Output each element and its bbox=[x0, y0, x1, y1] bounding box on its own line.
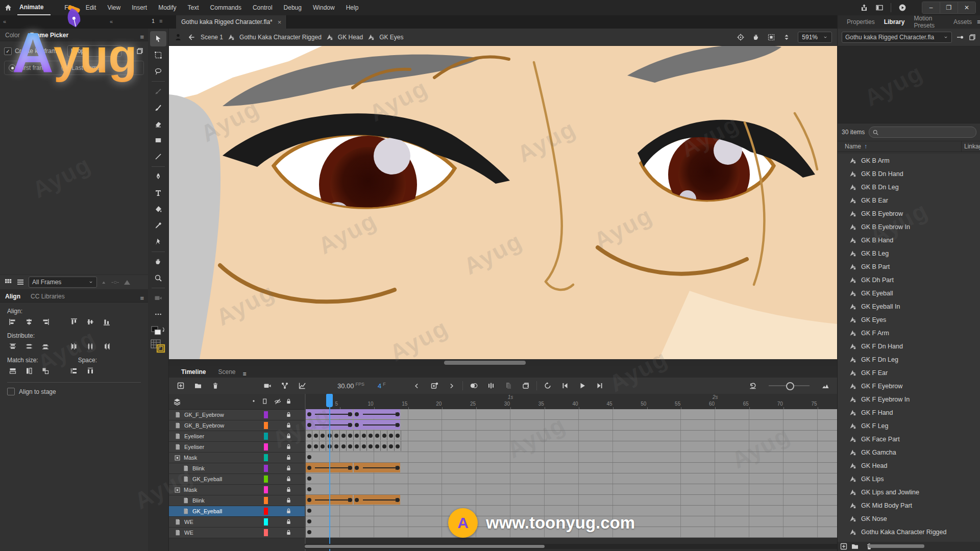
distribute-right-button[interactable] bbox=[101, 341, 112, 352]
layer-outline-color[interactable] bbox=[264, 529, 268, 536]
create-keyframe-checkbox[interactable]: ✓ bbox=[4, 47, 12, 55]
library-item[interactable]: GK Dh Part bbox=[838, 273, 980, 287]
menu-item-debug[interactable]: Debug bbox=[279, 2, 306, 13]
free-transform-tool[interactable] bbox=[150, 47, 166, 63]
scrollbar-thumb[interactable] bbox=[444, 361, 526, 365]
tab-properties[interactable]: Properties bbox=[843, 16, 879, 28]
layer-outline-color[interactable] bbox=[264, 497, 268, 504]
text-tool[interactable] bbox=[150, 185, 166, 201]
breadcrumb-item-3[interactable]: GK Eyes bbox=[379, 34, 403, 41]
selection-tool[interactable] bbox=[150, 31, 166, 46]
parenting-icon[interactable] bbox=[278, 380, 291, 392]
lock-icon[interactable] bbox=[285, 465, 292, 471]
stage-canvas[interactable] bbox=[169, 46, 837, 359]
close-tab-icon[interactable]: × bbox=[278, 18, 282, 26]
eye-slash-icon[interactable] bbox=[274, 398, 281, 405]
library-scrollbar-thumb[interactable] bbox=[868, 544, 924, 548]
layer-row-gk_b_eyebrow[interactable]: GK_B_Eyebrow bbox=[169, 420, 305, 431]
library-column-header[interactable]: Name ↑ Linkage bbox=[838, 141, 980, 152]
share-icon[interactable] bbox=[860, 4, 868, 12]
distribute-middle-button[interactable] bbox=[23, 341, 35, 352]
breadcrumb-item-0[interactable]: Scene 1 bbox=[201, 34, 223, 41]
library-item[interactable]: GK F Eyebrow bbox=[838, 380, 980, 393]
layer-row-we[interactable]: WE bbox=[169, 528, 305, 538]
grid-view-icon[interactable] bbox=[4, 278, 12, 286]
library-item[interactable]: GK Mid Body Part bbox=[838, 499, 980, 512]
pen-tool[interactable] bbox=[150, 169, 166, 184]
edit-multiple-frames-icon[interactable] bbox=[502, 380, 515, 392]
stage-horizontal-scrollbar[interactable] bbox=[169, 359, 837, 366]
layer-row-we[interactable]: WE bbox=[169, 517, 305, 528]
library-item[interactable]: GK Nose bbox=[838, 512, 980, 525]
library-item[interactable]: Gothu Kaka Character Rigged bbox=[838, 525, 980, 539]
zoom-tool[interactable] bbox=[150, 270, 166, 286]
new-panel-icon[interactable] bbox=[136, 47, 144, 55]
library-item[interactable]: GK Lips and Jowline bbox=[838, 486, 980, 499]
menu-item-insert[interactable]: Insert bbox=[127, 2, 152, 13]
library-document-dropdown[interactable]: Gothu kaka Rigged Character.fla bbox=[842, 32, 952, 43]
tab-motion-presets[interactable]: Motion Presets bbox=[910, 12, 948, 32]
lock-icon[interactable] bbox=[285, 454, 292, 461]
slider-knob[interactable] bbox=[786, 382, 794, 390]
lock-icon[interactable] bbox=[285, 486, 292, 493]
lock-icon[interactable] bbox=[285, 443, 292, 450]
menu-item-text[interactable]: Text bbox=[183, 2, 204, 13]
distribute-top-button[interactable] bbox=[7, 341, 18, 352]
library-search-input[interactable] bbox=[869, 127, 976, 138]
align-to-stage-checkbox[interactable] bbox=[7, 388, 15, 395]
camera-icon[interactable] bbox=[261, 380, 274, 392]
timeline-frames-row[interactable] bbox=[306, 420, 838, 431]
previous-keyframe-icon[interactable] bbox=[410, 380, 424, 392]
timeline-frames-row[interactable] bbox=[306, 441, 838, 452]
loop-dropdown[interactable]: Loop bbox=[67, 45, 121, 57]
rotate-hand-icon[interactable] bbox=[752, 33, 760, 41]
camera-tool[interactable] bbox=[150, 290, 166, 306]
layer-row-eyeliser[interactable]: Eyeliser bbox=[169, 442, 305, 453]
library-item[interactable]: GK B Leg bbox=[838, 247, 980, 260]
graph-editor-icon[interactable] bbox=[296, 380, 309, 392]
layer-row-gk_eyeball[interactable]: GK_Eyeball bbox=[169, 474, 305, 485]
tab-cc-libraries[interactable]: CC Libraries bbox=[26, 291, 70, 302]
fps-display[interactable]: 30.00FPS4F bbox=[337, 382, 386, 390]
center-stage-icon[interactable] bbox=[737, 33, 745, 41]
menu-item-commands[interactable]: Commands bbox=[206, 2, 246, 13]
library-item[interactable]: GK B Arm bbox=[838, 154, 980, 167]
tab-assets[interactable]: Assets bbox=[949, 16, 976, 28]
reset-zoom-icon[interactable] bbox=[746, 380, 760, 392]
hand-tool[interactable] bbox=[150, 254, 166, 269]
align-left-button[interactable] bbox=[7, 317, 18, 327]
next-keyframe-icon[interactable] bbox=[445, 380, 458, 392]
new-folder-icon[interactable] bbox=[191, 380, 205, 392]
layer-outline-color[interactable] bbox=[264, 475, 268, 483]
library-item[interactable]: GK F Dn Hand bbox=[838, 340, 980, 353]
menu-item-window[interactable]: Window bbox=[308, 2, 339, 13]
loop-frame-icon[interactable] bbox=[519, 380, 532, 392]
panel-menu-icon[interactable]: ≡ bbox=[140, 294, 144, 302]
library-item[interactable]: GK F Dn Leg bbox=[838, 353, 980, 366]
library-item[interactable]: GK B Dn Hand bbox=[838, 167, 980, 181]
collapse-left-icon[interactable]: « bbox=[3, 18, 6, 24]
align-bottom-button[interactable] bbox=[101, 317, 112, 327]
first-frame-radio[interactable] bbox=[9, 64, 16, 71]
timeline-horizontal-scrollbar[interactable] bbox=[305, 544, 837, 549]
play-icon[interactable] bbox=[576, 380, 589, 392]
step-back-icon[interactable] bbox=[558, 380, 572, 392]
align-top-button[interactable] bbox=[68, 317, 80, 327]
lock-icon[interactable] bbox=[285, 475, 292, 482]
new-layer-icon[interactable] bbox=[174, 380, 187, 392]
lock-icon[interactable] bbox=[285, 508, 292, 514]
panel-menu-icon[interactable]: ≡ bbox=[243, 370, 247, 378]
timeline-frames-row[interactable] bbox=[306, 452, 838, 463]
library-item[interactable]: GK Face Part bbox=[838, 433, 980, 446]
minimize-button[interactable]: – bbox=[922, 2, 940, 13]
library-item[interactable]: GK B Dn Leg bbox=[838, 181, 980, 194]
timeline-zoom-slider[interactable] bbox=[769, 385, 810, 386]
library-item[interactable]: GK Gamcha bbox=[838, 446, 980, 459]
space-horizontal-button[interactable] bbox=[85, 366, 96, 376]
library-item[interactable]: GK B Eyebrow bbox=[838, 207, 980, 220]
sort-ascending-icon[interactable]: ↑ bbox=[864, 143, 867, 150]
timeline-frames-row[interactable] bbox=[306, 516, 838, 527]
eraser-tool[interactable] bbox=[150, 116, 166, 132]
collapse-panel-icon[interactable]: « bbox=[110, 18, 113, 24]
outline-square-icon[interactable] bbox=[262, 398, 268, 405]
